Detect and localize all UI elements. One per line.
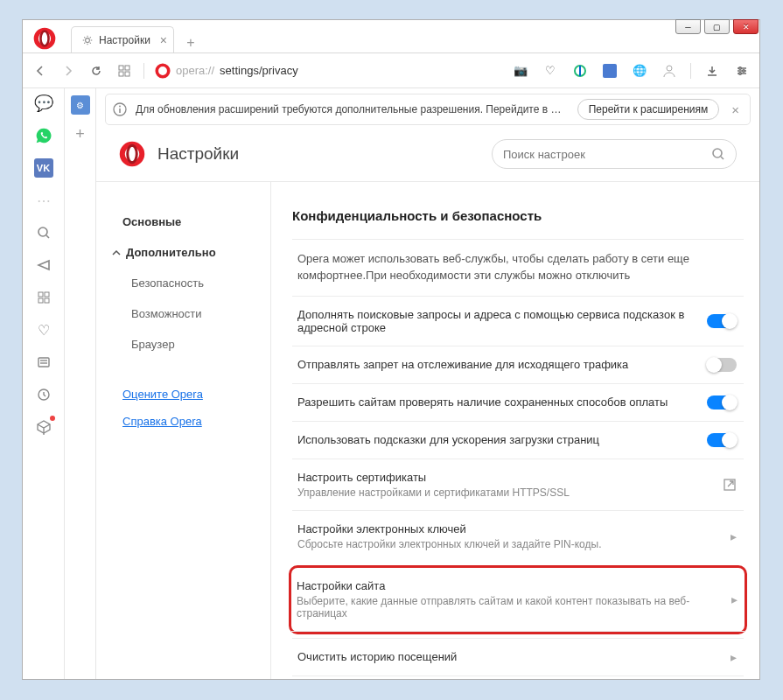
page-title: Настройки bbox=[157, 144, 479, 164]
whatsapp-icon[interactable] bbox=[34, 126, 53, 145]
row-title: Очистить историю посещений bbox=[297, 650, 718, 663]
chevron-up-icon bbox=[112, 248, 121, 257]
downloads-icon[interactable] bbox=[703, 62, 721, 80]
search-input[interactable] bbox=[503, 148, 704, 161]
window-close-button[interactable]: ✕ bbox=[733, 19, 759, 34]
chevron-right-icon: ▸ bbox=[731, 650, 737, 664]
external-link-icon bbox=[723, 478, 737, 492]
svg-point-21 bbox=[739, 66, 742, 69]
easy-setup-icon[interactable] bbox=[733, 62, 751, 80]
svg-line-9 bbox=[90, 37, 91, 38]
nav-security[interactable]: Безопасность bbox=[96, 268, 270, 298]
forward-button[interactable] bbox=[59, 62, 77, 80]
svg-point-24 bbox=[38, 228, 47, 236]
profile-icon[interactable] bbox=[661, 62, 678, 80]
window-maximize-button[interactable]: ▢ bbox=[704, 19, 730, 34]
dismiss-notification-icon[interactable]: × bbox=[728, 102, 743, 117]
setting-autocomplete: Дополнять поисковые запросы и адреса с п… bbox=[292, 296, 744, 346]
setting-certificates[interactable]: Настроить сертификаты Управление настрой… bbox=[292, 458, 744, 510]
svg-rect-27 bbox=[45, 292, 49, 297]
highlighted-site-settings: Настройки сайта Выберите, какие данные о… bbox=[289, 565, 747, 634]
heart-icon[interactable]: ♡ bbox=[542, 62, 559, 80]
svg-point-17 bbox=[667, 66, 672, 71]
snapshot-icon[interactable]: 📷 bbox=[512, 62, 529, 80]
browser-sidebar: 💬 VK ⋯ ♡ bbox=[23, 88, 65, 679]
svg-rect-14 bbox=[125, 72, 129, 76]
row-title: Настройки сайта bbox=[297, 579, 719, 592]
setting-payment-check: Разрешить сайтам проверять наличие сохра… bbox=[292, 383, 744, 421]
tab-sidebar: ⚙ + bbox=[65, 88, 96, 679]
settings-search[interactable] bbox=[492, 139, 737, 169]
svg-rect-11 bbox=[119, 66, 123, 70]
svg-rect-30 bbox=[38, 358, 49, 367]
section-title: Конфиденциальность и безопасность bbox=[292, 208, 744, 223]
svg-point-1 bbox=[40, 32, 48, 46]
svg-rect-28 bbox=[38, 298, 43, 303]
gear-icon bbox=[82, 35, 93, 46]
opera-logo-icon bbox=[33, 27, 56, 50]
settings-panel: Конфиденциальность и безопасность Opera … bbox=[271, 182, 759, 679]
svg-rect-26 bbox=[38, 292, 43, 297]
toggle-preload[interactable] bbox=[707, 433, 737, 447]
pinned-page-icon[interactable]: ⚙ bbox=[71, 95, 90, 115]
toggle-payment-check[interactable] bbox=[707, 396, 737, 410]
nav-advanced[interactable]: Дополнительно bbox=[96, 237, 270, 268]
news-icon[interactable] bbox=[34, 353, 53, 372]
window-minimize-button[interactable]: ─ bbox=[675, 19, 701, 34]
search-icon bbox=[711, 147, 725, 161]
settings-header: Настройки bbox=[96, 125, 759, 181]
toggle-autocomplete[interactable] bbox=[707, 314, 737, 328]
svg-rect-13 bbox=[119, 72, 123, 76]
svg-line-40 bbox=[721, 157, 724, 159]
bookmarks-heart-icon[interactable]: ♡ bbox=[34, 320, 53, 340]
setting-security-keys[interactable]: Настройки электронных ключей Сбросьте на… bbox=[292, 510, 744, 562]
svg-point-0 bbox=[36, 30, 53, 47]
add-pinned-button[interactable]: + bbox=[75, 125, 85, 144]
svg-rect-29 bbox=[45, 298, 49, 303]
svg-rect-12 bbox=[125, 66, 129, 70]
shield-icon[interactable] bbox=[571, 62, 589, 80]
globe-icon[interactable]: 🌐 bbox=[631, 62, 648, 80]
vk-icon[interactable]: VK bbox=[34, 158, 53, 178]
sidebar-search-icon[interactable] bbox=[34, 223, 53, 242]
tab-settings[interactable]: Настройки × bbox=[71, 26, 174, 52]
nav-browser[interactable]: Браузер bbox=[96, 329, 270, 360]
new-tab-button[interactable]: + bbox=[181, 33, 200, 52]
setting-clear-history[interactable]: Очистить историю посещений ▸ bbox=[292, 638, 744, 676]
row-subtitle: Управление настройками и сертификатами H… bbox=[297, 486, 710, 499]
nav-basic[interactable]: Основные bbox=[96, 206, 270, 237]
setting-site-settings[interactable]: Настройки сайта Выберите, какие данные о… bbox=[291, 568, 745, 632]
setting-preload: Использовать подсказки для ускорения заг… bbox=[292, 421, 744, 458]
flow-icon[interactable] bbox=[34, 256, 53, 275]
svg-point-2 bbox=[86, 38, 90, 42]
close-tab-icon[interactable]: × bbox=[160, 33, 167, 47]
help-link[interactable]: Справка Opera bbox=[96, 408, 270, 435]
reload-button[interactable] bbox=[87, 62, 105, 80]
svg-line-25 bbox=[46, 235, 49, 238]
tab-label: Настройки bbox=[99, 34, 150, 46]
back-button[interactable] bbox=[31, 62, 49, 80]
svg-line-8 bbox=[90, 42, 91, 43]
rate-opera-link[interactable]: Оцените Opera bbox=[96, 381, 270, 408]
chevron-right-icon: ▸ bbox=[731, 592, 738, 606]
toggle-do-not-track[interactable] bbox=[707, 358, 737, 372]
info-icon bbox=[113, 102, 127, 116]
history-icon[interactable] bbox=[34, 385, 53, 404]
opera-logo-icon bbox=[155, 63, 171, 79]
svg-point-23 bbox=[739, 72, 742, 74]
svg-line-7 bbox=[84, 37, 85, 38]
svg-point-38 bbox=[128, 145, 137, 163]
workspaces-icon[interactable] bbox=[34, 288, 53, 307]
extensions-box-icon[interactable] bbox=[34, 417, 53, 437]
opera-logo-icon bbox=[119, 141, 145, 167]
section-intro: Opera может использовать веб-службы, что… bbox=[292, 239, 744, 296]
nav-features[interactable]: Возможности bbox=[96, 298, 270, 329]
notification-text: Для обновления расширений требуются допо… bbox=[136, 103, 569, 116]
messenger-icon[interactable]: 💬 bbox=[34, 94, 53, 113]
go-to-extensions-button[interactable]: Перейти к расширениям bbox=[577, 99, 720, 120]
speed-dial-button[interactable] bbox=[115, 62, 133, 80]
tab-strip: Настройки × + bbox=[23, 20, 759, 53]
svg-point-22 bbox=[743, 69, 745, 72]
translate-icon[interactable] bbox=[601, 62, 619, 80]
address-display[interactable]: opera://settings/privacy bbox=[155, 63, 298, 79]
